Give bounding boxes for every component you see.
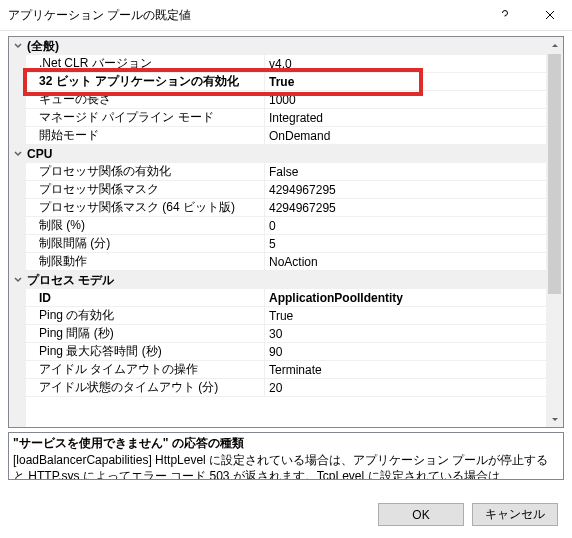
property-value[interactable]: OnDemand (265, 129, 546, 143)
property-row[interactable]: Ping の有効化True (9, 307, 546, 325)
property-value[interactable]: Integrated (265, 111, 546, 125)
property-value[interactable]: 4294967295 (265, 201, 546, 215)
property-row[interactable]: 制限動作NoAction (9, 253, 546, 271)
property-value[interactable]: True (265, 309, 546, 323)
property-label: プロセッサ関係の有効化 (26, 163, 171, 180)
property-row[interactable]: 開始モードOnDemand (9, 127, 546, 145)
property-row[interactable]: Ping 間隔 (秒)30 (9, 325, 546, 343)
property-value[interactable]: 20 (265, 381, 546, 395)
category-label: (全般) (27, 38, 59, 55)
property-row[interactable]: .Net CLR バージョンv4.0 (9, 55, 546, 73)
description-title: "サービスを使用できません" の応答の種類 (13, 435, 559, 452)
category-label: CPU (27, 147, 52, 161)
category-row[interactable]: (全般) (9, 37, 546, 55)
property-label: アイドル状態のタイムアウト (分) (26, 379, 218, 396)
property-row[interactable]: 制限間隔 (分)5 (9, 235, 546, 253)
property-row[interactable]: アイドル状態のタイムアウト (分)20 (9, 379, 546, 397)
grid-rows: (全般).Net CLR バージョンv4.032 ビット アプリケーションの有効… (9, 37, 546, 397)
property-label: マネージド パイプライン モード (26, 109, 214, 126)
property-row[interactable]: アイドル タイムアウトの操作Terminate (9, 361, 546, 379)
property-label: アイドル タイムアウトの操作 (26, 361, 198, 378)
property-row[interactable]: 32 ビット アプリケーションの有効化True (9, 73, 546, 91)
category-label: プロセス モデル (27, 272, 114, 289)
property-value[interactable]: NoAction (265, 255, 546, 269)
dialog-title: アプリケーション プールの既定値 (8, 7, 191, 24)
property-value[interactable]: True (265, 75, 546, 89)
property-value[interactable]: 90 (265, 345, 546, 359)
scroll-thumb[interactable] (548, 54, 561, 294)
property-row[interactable]: マネージド パイプライン モードIntegrated (9, 109, 546, 127)
property-label: 制限 (%) (26, 217, 85, 234)
scroll-track[interactable] (546, 54, 563, 410)
property-label: ID (26, 291, 51, 305)
property-row[interactable]: キューの長さ1000 (9, 91, 546, 109)
property-label: Ping 最大応答時間 (秒) (26, 343, 162, 360)
property-value[interactable]: 4294967295 (265, 183, 546, 197)
property-row[interactable]: Ping 最大応答時間 (秒)90 (9, 343, 546, 361)
property-value[interactable]: 0 (265, 219, 546, 233)
property-label: .Net CLR バージョン (26, 55, 152, 72)
property-label: Ping の有効化 (26, 307, 114, 324)
dialog-buttons: OK キャンセル (378, 503, 558, 526)
property-value[interactable]: False (265, 165, 546, 179)
property-label: プロセッサ関係マスク (64 ビット版) (26, 199, 235, 216)
collapse-icon[interactable] (11, 147, 25, 161)
property-label: キューの長さ (26, 91, 111, 108)
property-label: プロセッサ関係マスク (26, 181, 159, 198)
property-value[interactable]: v4.0 (265, 57, 546, 71)
property-row[interactable]: IDApplicationPoolIdentity (9, 289, 546, 307)
property-value[interactable]: ApplicationPoolIdentity (265, 291, 546, 305)
titlebar: アプリケーション プールの既定値 (0, 0, 572, 31)
scroll-down-button[interactable] (546, 410, 563, 427)
property-value[interactable]: Terminate (265, 363, 546, 377)
close-button[interactable] (527, 0, 572, 30)
description-body: [loadBalancerCapabilities] HttpLevel に設定… (13, 452, 559, 480)
vertical-scrollbar[interactable] (546, 37, 563, 427)
property-label: 制限間隔 (分) (26, 235, 110, 252)
description-panel: "サービスを使用できません" の応答の種類 [loadBalancerCapab… (8, 432, 564, 480)
property-label: 32 ビット アプリケーションの有効化 (26, 73, 239, 90)
category-row[interactable]: プロセス モデル (9, 271, 546, 289)
property-row[interactable]: 制限 (%)0 (9, 217, 546, 235)
window-buttons (482, 0, 572, 30)
ok-button[interactable]: OK (378, 503, 464, 526)
property-value[interactable]: 5 (265, 237, 546, 251)
property-row[interactable]: プロセッサ関係マスク (64 ビット版)4294967295 (9, 199, 546, 217)
collapse-icon[interactable] (11, 39, 25, 53)
grid-viewport: (全般).Net CLR バージョンv4.032 ビット アプリケーションの有効… (9, 37, 546, 427)
property-value[interactable]: 30 (265, 327, 546, 341)
cancel-button[interactable]: キャンセル (472, 503, 558, 526)
help-button[interactable] (482, 0, 527, 30)
property-row[interactable]: プロセッサ関係の有効化False (9, 163, 546, 181)
property-grid: (全般).Net CLR バージョンv4.032 ビット アプリケーションの有効… (8, 36, 564, 428)
scroll-up-button[interactable] (546, 37, 563, 54)
category-row[interactable]: CPU (9, 145, 546, 163)
collapse-icon[interactable] (11, 273, 25, 287)
property-label: Ping 間隔 (秒) (26, 325, 114, 342)
property-label: 開始モード (26, 127, 99, 144)
property-value[interactable]: 1000 (265, 93, 546, 107)
property-label: 制限動作 (26, 253, 87, 270)
property-row[interactable]: プロセッサ関係マスク4294967295 (9, 181, 546, 199)
